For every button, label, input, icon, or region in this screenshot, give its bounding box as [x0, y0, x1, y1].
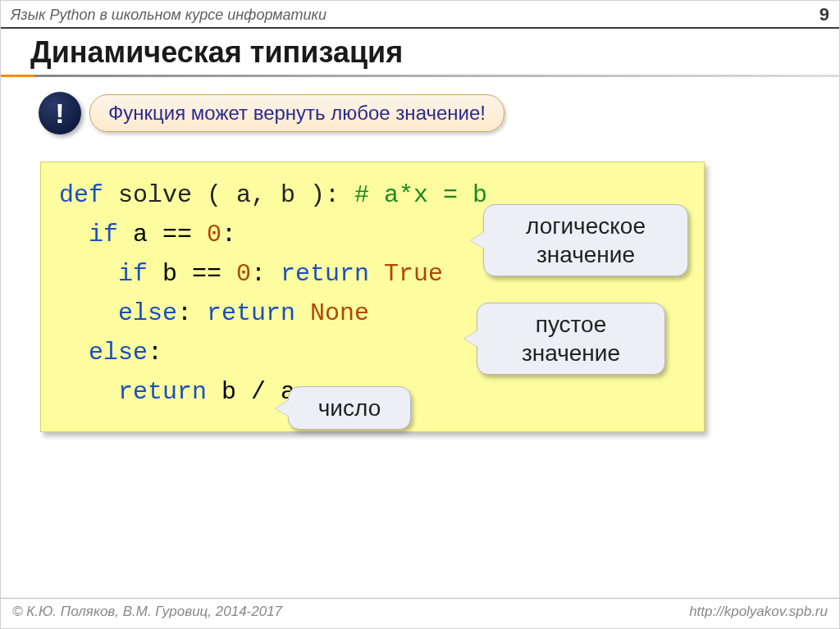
literal-zero: 0	[207, 221, 221, 248]
comment: # a*x = b	[340, 181, 487, 209]
keyword-else: else	[89, 339, 148, 367]
keyword-else: else	[118, 299, 177, 327]
literal-none: None	[310, 299, 369, 327]
keyword-return: return	[118, 378, 207, 406]
balloon-empty: пустое значение	[477, 303, 665, 375]
footer: © К.Ю. Поляков, В.М. Гуровиц, 2014-2017 …	[1, 598, 839, 628]
colon: :	[148, 339, 162, 367]
callout-row: ! Функция может вернуть любое значение!	[39, 92, 839, 134]
keyword-if: if	[89, 221, 118, 248]
exclamation-icon: !	[39, 92, 81, 134]
balloon-label: пустое значение	[522, 312, 620, 366]
balloon-label: логическое значение	[526, 213, 646, 267]
func-signature: solve ( a, b ):	[103, 181, 340, 209]
literal-zero: 0	[236, 260, 251, 288]
keyword-return: return	[281, 260, 384, 288]
literal-true: True	[384, 260, 443, 288]
slide: Язык Python в школьном курсе информатики…	[0, 0, 840, 629]
balloon-label: число	[318, 395, 381, 421]
balloon-tail-icon	[464, 330, 477, 347]
callout-pill: Функция может вернуть любое значение!	[89, 94, 504, 132]
slide-title: Динамическая типизация	[1, 29, 839, 75]
condition: b ==	[148, 260, 236, 288]
colon: :	[221, 221, 236, 248]
balloon-tail-icon	[471, 232, 484, 248]
colon: :	[177, 299, 207, 327]
footer-url: http://kpolyakov.spb.ru	[689, 604, 828, 620]
balloon-number: число	[288, 386, 411, 430]
keyword-def: def	[59, 181, 103, 209]
header-bar: Язык Python в школьном курсе информатики…	[1, 1, 839, 29]
page-number: 9	[819, 4, 829, 25]
colon: :	[251, 260, 281, 288]
course-title: Язык Python в школьном курсе информатики	[11, 7, 326, 24]
condition: a ==	[118, 221, 207, 248]
keyword-if: if	[118, 260, 148, 288]
balloon-tail-icon	[276, 400, 289, 417]
keyword-return: return	[207, 299, 310, 327]
footer-copyright: © К.Ю. Поляков, В.М. Гуровиц, 2014-2017	[12, 604, 282, 620]
balloon-logical: логическое значение	[483, 204, 688, 276]
title-underline	[1, 75, 839, 77]
